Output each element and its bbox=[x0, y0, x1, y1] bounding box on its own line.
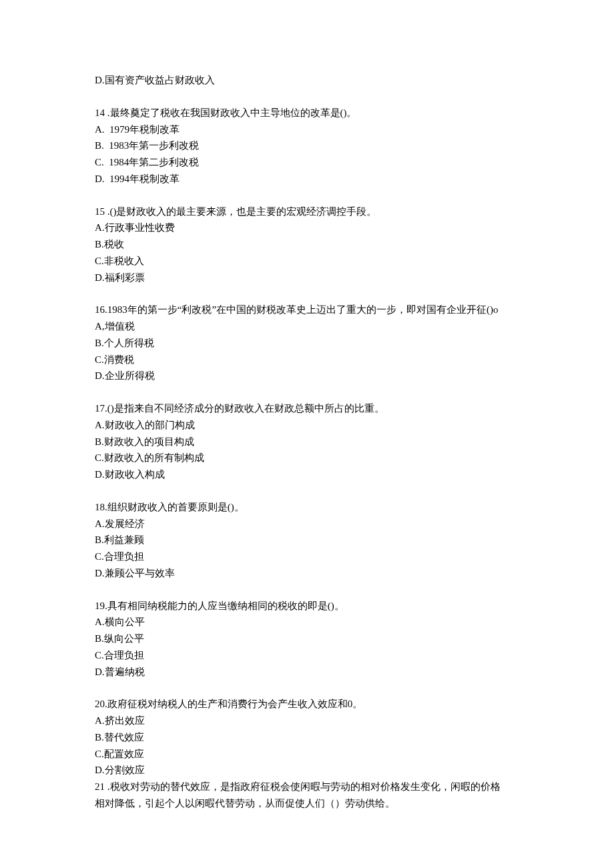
q15-stem: 15 .()是财政收入的最主要来源，也是主要的宏观经济调控手段。 bbox=[95, 203, 519, 220]
q18-option-d: D.兼顾公平与效率 bbox=[95, 565, 519, 582]
q20-option-a: A.挤出效应 bbox=[95, 713, 519, 729]
q14-option-d: D. 1994年税制改革 bbox=[95, 171, 519, 187]
q16-option-a: A,增值税 bbox=[95, 318, 519, 335]
q15-option-a: A.行政事业性收费 bbox=[95, 220, 519, 236]
q17-stem: 17.()是指来自不同经济成分的财政收入在财政总额中所占的比重。 bbox=[95, 400, 519, 417]
q15-option-c: C.非税收入 bbox=[95, 253, 519, 270]
q18-option-a: A.发展经济 bbox=[95, 516, 519, 532]
q18-option-c: C.合理负担 bbox=[95, 548, 519, 565]
q17-option-c: C.财政收入的所有制构成 bbox=[95, 450, 519, 466]
q20-option-d: D.分割效应 bbox=[95, 762, 519, 779]
q16-option-d: D.企业所得税 bbox=[95, 368, 519, 384]
q14-option-a: A. 1979年税制改革 bbox=[95, 121, 519, 138]
q20-option-c: C.配置效应 bbox=[95, 746, 519, 763]
q19-stem: 19.具有相同纳税能力的人应当缴纳相同的税收的即是()。 bbox=[95, 598, 519, 614]
q16-stem: 16.1983年的第一步“利改税”在中国的财税改革史上迈出了重大的一步，即对国有… bbox=[95, 302, 519, 318]
q15-option-d: D.福利彩票 bbox=[95, 270, 519, 286]
q15-option-b: B.税收 bbox=[95, 236, 519, 253]
q19-option-d: D.普遍纳税 bbox=[95, 664, 519, 681]
q16-option-c: C.消费税 bbox=[95, 352, 519, 368]
q19-option-c: C.合理负担 bbox=[95, 647, 519, 664]
q13-option-d: D.国有资产收益占财政收入 bbox=[95, 72, 519, 89]
q21-stem-line1: 21 .税收对劳动的替代效应，是指政府征税会使闲暇与劳动的相对价格发生变化，闲暇… bbox=[95, 779, 519, 795]
q18-stem: 18.组织财政收入的首要原则是()。 bbox=[95, 499, 519, 516]
q20-stem: 20.政府征税对纳税人的生产和消费行为会产生收入效应和0。 bbox=[95, 696, 519, 713]
q16-option-b: B.个人所得税 bbox=[95, 335, 519, 352]
q17-option-b: B.财政收入的项目构成 bbox=[95, 434, 519, 450]
q14-option-b: B. 1983年第一步利改税 bbox=[95, 137, 519, 154]
q14-option-c: C. 1984年第二步利改税 bbox=[95, 154, 519, 171]
q21-stem-line2: 相对降低，引起个人以闲暇代替劳动，从而促使人们（）劳动供给。 bbox=[95, 795, 519, 812]
q17-option-d: D.财政收入构成 bbox=[95, 466, 519, 483]
q18-option-b: B.利益兼顾 bbox=[95, 532, 519, 548]
q19-option-b: B.纵向公平 bbox=[95, 630, 519, 647]
q14-stem: 14 .最终奠定了税收在我国财政收入中主导地位的改革是()。 bbox=[95, 105, 519, 121]
q20-option-b: B.替代效应 bbox=[95, 729, 519, 746]
q17-option-a: A.财政收入的部门构成 bbox=[95, 417, 519, 434]
q19-option-a: A.横向公平 bbox=[95, 614, 519, 630]
